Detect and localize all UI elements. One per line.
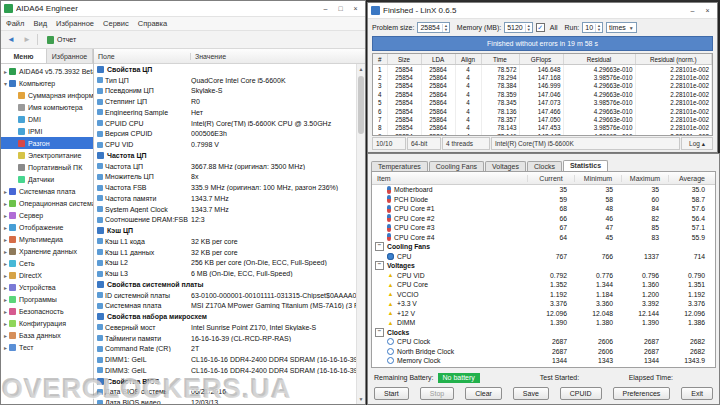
grid-column-header[interactable]: Align xyxy=(455,54,481,65)
spinner-arrows-icon[interactable]: ▲▼ xyxy=(525,24,532,32)
table-row[interactable]: Тайминги памяти16-16-16-39 (CL-RCD-RP-RA… xyxy=(94,333,357,344)
table-row[interactable]: Частота ЦП3667.88 MHz (оригинал: 3500 MH… xyxy=(94,161,357,172)
tree-expander-icon[interactable]: ▾ xyxy=(2,80,9,87)
sidebar-item[interactable]: IPMI xyxy=(1,125,93,137)
sidebar-item[interactable]: DMI xyxy=(1,113,93,125)
maximize-icon[interactable]: □ xyxy=(333,5,348,12)
tab-favorites[interactable]: Избранное xyxy=(47,49,93,63)
save-button[interactable]: Save xyxy=(513,387,549,400)
tab-menu[interactable]: Меню xyxy=(1,49,47,63)
cpuid-button[interactable]: CPUID xyxy=(560,387,602,400)
sidebar-item[interactable]: ▸Отображение xyxy=(1,221,93,233)
tree-expander-icon[interactable]: ▸ xyxy=(2,284,9,291)
table-row[interactable]: Версия CPUID000506E3h xyxy=(94,129,357,140)
table-row[interactable]: Дата BIOS системы06/21/2016 xyxy=(94,387,357,398)
grid-column-header[interactable]: Residual xyxy=(563,54,635,65)
scroll-down-icon[interactable]: ▼ xyxy=(357,394,365,404)
run-unit-dropdown[interactable]: times ▼ xyxy=(606,22,637,33)
grid-column-header[interactable]: Time xyxy=(481,54,519,65)
preferences-button[interactable]: Preferences xyxy=(613,387,671,400)
tree-expander-icon[interactable]: ▸ xyxy=(2,296,9,303)
column-item[interactable]: Item xyxy=(372,175,527,182)
problem-size-input[interactable]: 25854 ▲▼ xyxy=(417,22,449,33)
group-row[interactable]: −Cooling Fans xyxy=(372,242,715,252)
tree-expander-icon[interactable]: ▸ xyxy=(2,212,9,219)
tree-expander-icon[interactable]: ▸ xyxy=(2,344,9,351)
tree-expander-icon[interactable]: ▸ xyxy=(2,332,9,339)
table-row[interactable]: Северный мостIntel Sunrise Point Z170, I… xyxy=(94,322,357,333)
tab-temperatures[interactable]: Temperatures xyxy=(371,161,428,171)
table-row[interactable]: Соотношение DRAM:FSB12:3 xyxy=(94,215,357,226)
menu-item[interactable]: Файл xyxy=(6,19,24,28)
sidebar-item[interactable]: Портативный ПК xyxy=(1,161,93,173)
tree-expander-icon[interactable]: ▸ xyxy=(2,272,9,279)
sidebar-item[interactable]: ▸AIDA64 v5.75.3932 Beta xyxy=(1,65,93,77)
log-button[interactable]: Log ▴ xyxy=(681,137,713,150)
minimize-icon[interactable]: – xyxy=(318,5,333,12)
tab-cooling-fans[interactable]: Cooling Fans xyxy=(429,161,484,171)
scroll-up-icon[interactable]: ▲ xyxy=(357,64,365,74)
menu-item[interactable]: Вид xyxy=(33,19,47,28)
stop-button[interactable]: Stop xyxy=(420,387,454,400)
sidebar-item[interactable]: ▸Сервер xyxy=(1,209,93,221)
table-row[interactable]: Кэш L1 кода32 KB per core xyxy=(94,236,357,247)
run-input[interactable]: 10 ▲▼ xyxy=(582,22,603,33)
sidebar-item[interactable]: Имя компьютера xyxy=(1,101,93,113)
collapse-icon[interactable]: − xyxy=(375,261,384,270)
clear-button[interactable]: Clear xyxy=(465,387,502,400)
table-row[interactable]: Множитель ЦП8x xyxy=(94,172,357,183)
grid-column-header[interactable]: Size xyxy=(387,54,421,65)
spinner-arrows-icon[interactable]: ▲▼ xyxy=(595,24,602,32)
forward-icon[interactable]: ► xyxy=(21,35,33,44)
sidebar-item[interactable]: ▸Хранение данных xyxy=(1,245,93,257)
exit-button[interactable]: Exit xyxy=(681,387,713,400)
table-row[interactable]: Частота памяти1343.7 MHz xyxy=(94,193,357,204)
back-icon[interactable]: ◄ xyxy=(5,35,17,44)
tree-expander-icon[interactable]: ▸ xyxy=(2,188,9,195)
tree-expander-icon[interactable]: ▸ xyxy=(2,236,9,243)
memory-input[interactable]: 5120 ▲▼ xyxy=(504,22,533,33)
sidebar-item[interactable]: ▸База данных xyxy=(1,329,93,341)
tree-expander-icon[interactable]: ▸ xyxy=(2,200,9,207)
table-row[interactable]: Кэш L1 данных32 KB per core xyxy=(94,247,357,258)
sidebar-item[interactable]: ▸Программы xyxy=(1,293,93,305)
table-row[interactable]: CPUID CPUIntel(R) Core(TM) i5-6600K CPU … xyxy=(94,118,357,129)
table-row[interactable]: Engineering SampleНет xyxy=(94,107,357,118)
sidebar-item[interactable]: Датчики xyxy=(1,173,93,185)
tree-expander-icon[interactable]: ▸ xyxy=(2,308,9,315)
table-row[interactable]: CPU VID0.7998 V xyxy=(94,139,357,150)
column-average[interactable]: Average xyxy=(668,175,715,182)
report-button[interactable]: Отчет xyxy=(42,34,81,46)
tab-clocks[interactable]: Clocks xyxy=(527,161,562,171)
sidebar-item[interactable]: ▾Компьютер xyxy=(1,77,93,89)
tab-voltages[interactable]: Voltages xyxy=(485,161,526,171)
scrollbar-thumb[interactable] xyxy=(358,76,364,134)
aida-title-bar[interactable]: AIDA64 Engineer – □ × xyxy=(1,1,365,17)
table-row[interactable]: Частота FSB335.9 MHz (оригинал: 100 MHz,… xyxy=(94,182,357,193)
table-row[interactable]: System Agent Clock1343.7 MHz xyxy=(94,204,357,215)
grid-column-header[interactable]: Residual (norm.) xyxy=(635,54,712,65)
collapse-icon[interactable]: − xyxy=(375,328,384,337)
sidebar-item[interactable]: ▸Конфигурация xyxy=(1,317,93,329)
column-minimum[interactable]: Minimum xyxy=(574,175,621,182)
table-row[interactable]: Системная платаMSI Z170A MPower Gaming T… xyxy=(94,301,357,312)
table-row[interactable]: Псевдоним ЦПSkylake-S xyxy=(94,86,357,97)
all-checkbox[interactable]: ✓ xyxy=(536,23,545,32)
tab-statistics[interactable]: Statistics xyxy=(563,160,608,171)
sidebar-item[interactable]: ▸Тест xyxy=(1,341,93,353)
column-field[interactable]: Поле xyxy=(94,53,191,60)
start-button[interactable]: Start xyxy=(374,387,409,400)
table-row[interactable]: Дата BIOS видео12/03/13 xyxy=(94,397,357,404)
group-row[interactable]: −Voltages xyxy=(372,261,715,271)
linx-title-bar[interactable]: Finished - LinX 0.6.5 – × xyxy=(368,3,717,19)
table-row[interactable]: Тип ЦПQuadCore Intel Core i5-6600K xyxy=(94,75,357,86)
sidebar-item[interactable]: ▸Устройства xyxy=(1,281,93,293)
sidebar-item[interactable]: ▸Операционная система xyxy=(1,197,93,209)
sidebar-item[interactable]: ▸Мультимедиа xyxy=(1,233,93,245)
sidebar-item[interactable]: Разгон xyxy=(1,137,93,149)
sidebar-item[interactable]: ▸Сеть xyxy=(1,257,93,269)
column-maximum[interactable]: Maximum xyxy=(621,175,668,182)
grid-column-header[interactable]: # xyxy=(373,54,387,65)
tree-expander-icon[interactable]: ▸ xyxy=(2,68,9,75)
tree-expander-icon[interactable]: ▸ xyxy=(2,224,9,231)
